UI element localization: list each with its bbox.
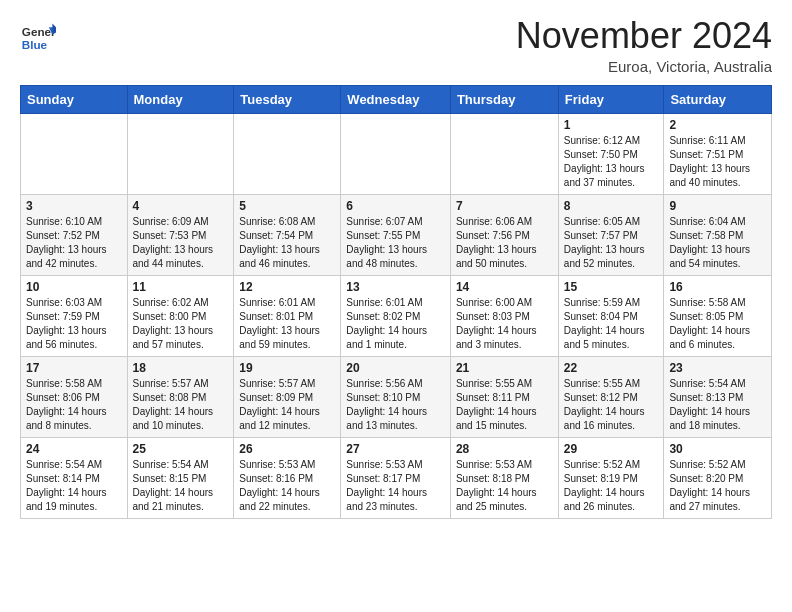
week-row-2: 3Sunrise: 6:10 AM Sunset: 7:52 PM Daylig… bbox=[21, 194, 772, 275]
calendar-cell: 22Sunrise: 5:55 AM Sunset: 8:12 PM Dayli… bbox=[558, 356, 664, 437]
day-info: Sunrise: 6:02 AM Sunset: 8:00 PM Dayligh… bbox=[133, 296, 229, 352]
calendar-cell: 17Sunrise: 5:58 AM Sunset: 8:06 PM Dayli… bbox=[21, 356, 128, 437]
day-info: Sunrise: 5:54 AM Sunset: 8:14 PM Dayligh… bbox=[26, 458, 122, 514]
calendar-cell: 28Sunrise: 5:53 AM Sunset: 8:18 PM Dayli… bbox=[450, 437, 558, 518]
calendar-cell: 5Sunrise: 6:08 AM Sunset: 7:54 PM Daylig… bbox=[234, 194, 341, 275]
calendar-cell: 15Sunrise: 5:59 AM Sunset: 8:04 PM Dayli… bbox=[558, 275, 664, 356]
day-number: 21 bbox=[456, 361, 553, 375]
calendar-cell: 25Sunrise: 5:54 AM Sunset: 8:15 PM Dayli… bbox=[127, 437, 234, 518]
calendar-cell: 9Sunrise: 6:04 AM Sunset: 7:58 PM Daylig… bbox=[664, 194, 772, 275]
day-number: 11 bbox=[133, 280, 229, 294]
calendar-cell: 4Sunrise: 6:09 AM Sunset: 7:53 PM Daylig… bbox=[127, 194, 234, 275]
calendar-cell: 14Sunrise: 6:00 AM Sunset: 8:03 PM Dayli… bbox=[450, 275, 558, 356]
day-number: 17 bbox=[26, 361, 122, 375]
day-number: 8 bbox=[564, 199, 659, 213]
weekday-sunday: Sunday bbox=[21, 85, 128, 113]
day-info: Sunrise: 6:07 AM Sunset: 7:55 PM Dayligh… bbox=[346, 215, 445, 271]
calendar-cell: 18Sunrise: 5:57 AM Sunset: 8:08 PM Dayli… bbox=[127, 356, 234, 437]
calendar-cell: 3Sunrise: 6:10 AM Sunset: 7:52 PM Daylig… bbox=[21, 194, 128, 275]
day-number: 19 bbox=[239, 361, 335, 375]
day-number: 10 bbox=[26, 280, 122, 294]
calendar-cell: 11Sunrise: 6:02 AM Sunset: 8:00 PM Dayli… bbox=[127, 275, 234, 356]
day-info: Sunrise: 5:55 AM Sunset: 8:12 PM Dayligh… bbox=[564, 377, 659, 433]
day-info: Sunrise: 5:52 AM Sunset: 8:20 PM Dayligh… bbox=[669, 458, 766, 514]
day-info: Sunrise: 5:57 AM Sunset: 8:08 PM Dayligh… bbox=[133, 377, 229, 433]
week-row-4: 17Sunrise: 5:58 AM Sunset: 8:06 PM Dayli… bbox=[21, 356, 772, 437]
page: General Blue November 2024 Euroa, Victor… bbox=[0, 0, 792, 535]
day-number: 13 bbox=[346, 280, 445, 294]
day-info: Sunrise: 5:52 AM Sunset: 8:19 PM Dayligh… bbox=[564, 458, 659, 514]
day-number: 29 bbox=[564, 442, 659, 456]
day-info: Sunrise: 6:06 AM Sunset: 7:56 PM Dayligh… bbox=[456, 215, 553, 271]
logo-icon: General Blue bbox=[20, 20, 56, 56]
day-number: 9 bbox=[669, 199, 766, 213]
calendar-cell bbox=[341, 113, 451, 194]
calendar-cell bbox=[450, 113, 558, 194]
svg-text:Blue: Blue bbox=[22, 38, 48, 51]
day-number: 3 bbox=[26, 199, 122, 213]
calendar-cell: 21Sunrise: 5:55 AM Sunset: 8:11 PM Dayli… bbox=[450, 356, 558, 437]
day-info: Sunrise: 6:05 AM Sunset: 7:57 PM Dayligh… bbox=[564, 215, 659, 271]
calendar-cell: 27Sunrise: 5:53 AM Sunset: 8:17 PM Dayli… bbox=[341, 437, 451, 518]
day-info: Sunrise: 5:55 AM Sunset: 8:11 PM Dayligh… bbox=[456, 377, 553, 433]
calendar-cell: 23Sunrise: 5:54 AM Sunset: 8:13 PM Dayli… bbox=[664, 356, 772, 437]
day-number: 5 bbox=[239, 199, 335, 213]
svg-text:General: General bbox=[22, 25, 56, 38]
day-info: Sunrise: 6:01 AM Sunset: 8:02 PM Dayligh… bbox=[346, 296, 445, 352]
day-number: 18 bbox=[133, 361, 229, 375]
calendar-cell: 19Sunrise: 5:57 AM Sunset: 8:09 PM Dayli… bbox=[234, 356, 341, 437]
calendar-cell: 6Sunrise: 6:07 AM Sunset: 7:55 PM Daylig… bbox=[341, 194, 451, 275]
weekday-saturday: Saturday bbox=[664, 85, 772, 113]
weekday-friday: Friday bbox=[558, 85, 664, 113]
day-number: 20 bbox=[346, 361, 445, 375]
day-info: Sunrise: 6:11 AM Sunset: 7:51 PM Dayligh… bbox=[669, 134, 766, 190]
day-info: Sunrise: 5:59 AM Sunset: 8:04 PM Dayligh… bbox=[564, 296, 659, 352]
calendar: SundayMondayTuesdayWednesdayThursdayFrid… bbox=[20, 85, 772, 519]
calendar-cell: 16Sunrise: 5:58 AM Sunset: 8:05 PM Dayli… bbox=[664, 275, 772, 356]
day-info: Sunrise: 6:03 AM Sunset: 7:59 PM Dayligh… bbox=[26, 296, 122, 352]
week-row-1: 1Sunrise: 6:12 AM Sunset: 7:50 PM Daylig… bbox=[21, 113, 772, 194]
calendar-cell bbox=[127, 113, 234, 194]
location: Euroa, Victoria, Australia bbox=[516, 58, 772, 75]
day-number: 24 bbox=[26, 442, 122, 456]
day-info: Sunrise: 5:53 AM Sunset: 8:17 PM Dayligh… bbox=[346, 458, 445, 514]
day-info: Sunrise: 5:54 AM Sunset: 8:13 PM Dayligh… bbox=[669, 377, 766, 433]
day-number: 27 bbox=[346, 442, 445, 456]
calendar-cell: 12Sunrise: 6:01 AM Sunset: 8:01 PM Dayli… bbox=[234, 275, 341, 356]
weekday-header-row: SundayMondayTuesdayWednesdayThursdayFrid… bbox=[21, 85, 772, 113]
calendar-cell: 2Sunrise: 6:11 AM Sunset: 7:51 PM Daylig… bbox=[664, 113, 772, 194]
header: General Blue November 2024 Euroa, Victor… bbox=[20, 16, 772, 75]
calendar-cell: 24Sunrise: 5:54 AM Sunset: 8:14 PM Dayli… bbox=[21, 437, 128, 518]
day-info: Sunrise: 6:08 AM Sunset: 7:54 PM Dayligh… bbox=[239, 215, 335, 271]
day-info: Sunrise: 5:58 AM Sunset: 8:05 PM Dayligh… bbox=[669, 296, 766, 352]
title-block: November 2024 Euroa, Victoria, Australia bbox=[516, 16, 772, 75]
day-number: 15 bbox=[564, 280, 659, 294]
calendar-cell: 26Sunrise: 5:53 AM Sunset: 8:16 PM Dayli… bbox=[234, 437, 341, 518]
day-info: Sunrise: 5:57 AM Sunset: 8:09 PM Dayligh… bbox=[239, 377, 335, 433]
day-info: Sunrise: 6:00 AM Sunset: 8:03 PM Dayligh… bbox=[456, 296, 553, 352]
day-number: 22 bbox=[564, 361, 659, 375]
week-row-5: 24Sunrise: 5:54 AM Sunset: 8:14 PM Dayli… bbox=[21, 437, 772, 518]
day-info: Sunrise: 5:53 AM Sunset: 8:18 PM Dayligh… bbox=[456, 458, 553, 514]
weekday-thursday: Thursday bbox=[450, 85, 558, 113]
weekday-tuesday: Tuesday bbox=[234, 85, 341, 113]
day-number: 28 bbox=[456, 442, 553, 456]
day-number: 6 bbox=[346, 199, 445, 213]
day-number: 2 bbox=[669, 118, 766, 132]
day-info: Sunrise: 5:58 AM Sunset: 8:06 PM Dayligh… bbox=[26, 377, 122, 433]
calendar-cell: 7Sunrise: 6:06 AM Sunset: 7:56 PM Daylig… bbox=[450, 194, 558, 275]
day-info: Sunrise: 5:53 AM Sunset: 8:16 PM Dayligh… bbox=[239, 458, 335, 514]
day-number: 25 bbox=[133, 442, 229, 456]
day-info: Sunrise: 6:01 AM Sunset: 8:01 PM Dayligh… bbox=[239, 296, 335, 352]
day-info: Sunrise: 6:09 AM Sunset: 7:53 PM Dayligh… bbox=[133, 215, 229, 271]
day-number: 7 bbox=[456, 199, 553, 213]
day-number: 12 bbox=[239, 280, 335, 294]
month-title: November 2024 bbox=[516, 16, 772, 56]
weekday-monday: Monday bbox=[127, 85, 234, 113]
day-info: Sunrise: 6:10 AM Sunset: 7:52 PM Dayligh… bbox=[26, 215, 122, 271]
day-info: Sunrise: 6:04 AM Sunset: 7:58 PM Dayligh… bbox=[669, 215, 766, 271]
day-info: Sunrise: 5:56 AM Sunset: 8:10 PM Dayligh… bbox=[346, 377, 445, 433]
calendar-cell: 10Sunrise: 6:03 AM Sunset: 7:59 PM Dayli… bbox=[21, 275, 128, 356]
day-number: 4 bbox=[133, 199, 229, 213]
calendar-cell: 20Sunrise: 5:56 AM Sunset: 8:10 PM Dayli… bbox=[341, 356, 451, 437]
